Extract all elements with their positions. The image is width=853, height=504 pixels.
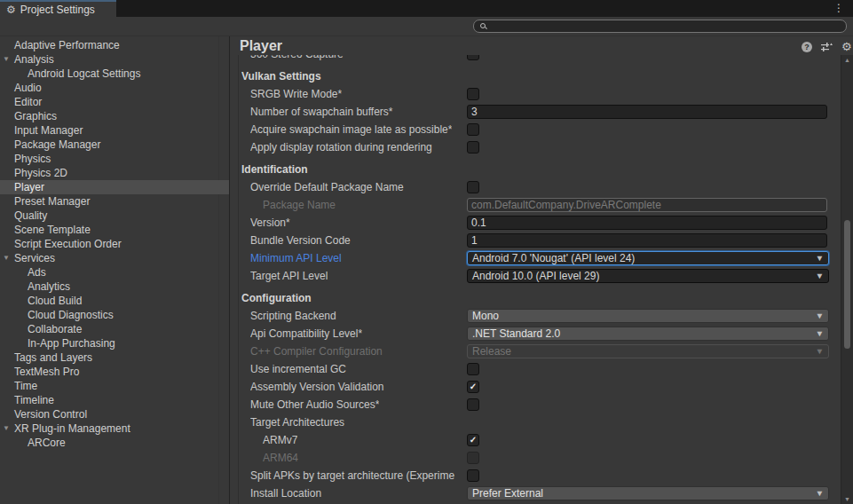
setting-label: Package Name (263, 199, 336, 211)
sidebar-item-timeline[interactable]: Timeline (0, 393, 229, 407)
setting-label: Target API Level (250, 270, 328, 282)
sidebar-item-xr-plug-in-management[interactable]: ▼XR Plug-in Management (0, 421, 229, 436)
acquire-swapchain-image-late-as-possible-checkbox[interactable] (467, 123, 479, 136)
setting-row-360-stereo-capture: 360 Stereo Capture (230, 55, 841, 63)
apply-display-rotation-during-rendering-checkbox[interactable] (467, 141, 479, 154)
sidebar-item-physics[interactable]: Physics (0, 152, 229, 166)
setting-label: Identification (241, 163, 308, 176)
setting-row-apply-display-rotation-during-rendering: Apply display rotation during rendering (230, 138, 841, 156)
setting-label: Acquire swapchain image late as possible… (250, 123, 452, 136)
sidebar-item-label: Analytics (28, 280, 70, 293)
sidebar-item-arcore[interactable]: ARCore (0, 436, 229, 450)
settings-panel: 360 Stereo CaptureVulkan SettingsSRGB Wr… (230, 55, 841, 504)
tab-project-settings[interactable]: ⚙ Project Settings (0, 0, 116, 17)
armv7-checkbox[interactable]: ✓ (467, 434, 479, 446)
setting-label: Number of swapchain buffers* (250, 106, 393, 118)
sidebar-item-audio[interactable]: Audio (0, 81, 229, 95)
sidebar-item-input-manager[interactable]: Input Manager (0, 123, 229, 138)
sidebar-item-script-execution-order[interactable]: Script Execution Order (0, 237, 229, 251)
version-field[interactable]: 0.1 (467, 216, 827, 230)
install-location-dropdown[interactable]: Prefer External▼ (467, 486, 829, 500)
gear-icon[interactable]: ⚙ (841, 41, 852, 52)
sidebar-item-adaptive-performance[interactable]: Adaptive Performance (0, 38, 229, 52)
scripting-backend-dropdown[interactable]: Mono▼ (467, 309, 829, 323)
number-of-swapchain-buffers-field[interactable]: 3 (467, 105, 827, 119)
sidebar-item-label: Cloud Build (28, 295, 82, 307)
setting-label: ARMv7 (263, 434, 297, 446)
sidebar-item-analytics[interactable]: Analytics (0, 280, 229, 294)
sidebar-item-tags-and-layers[interactable]: Tags and Layers (0, 350, 229, 365)
field-value: 1 (471, 234, 478, 247)
settings-category-list: Adaptive Performance▼AnalysisAndroid Log… (0, 36, 229, 504)
setting-row-install-location: Install LocationPrefer External▼ (230, 484, 841, 502)
sidebar-item-graphics[interactable]: Graphics (0, 109, 229, 123)
setting-row-assembly-version-validation: Assembly Version Validation✓ (230, 378, 841, 396)
setting-label: Override Default Package Name (250, 181, 404, 193)
minimum-api-level-dropdown[interactable]: Android 7.0 'Nougat' (API level 24)▼ (467, 251, 829, 265)
api-compatibility-level-dropdown[interactable]: .NET Standard 2.0▼ (467, 327, 829, 341)
sidebar-item-preset-manager[interactable]: Preset Manager (0, 194, 229, 209)
sidebar-item-in-app-purchasing[interactable]: In-App Purchasing (0, 336, 229, 350)
sidebar-item-cloud-diagnostics[interactable]: Cloud Diagnostics (0, 308, 229, 322)
kebab-menu-icon[interactable]: ⋮ (833, 2, 844, 15)
setting-row-number-of-swapchain-buffers: Number of swapchain buffers*3 (230, 103, 841, 121)
sidebar-item-collaborate[interactable]: Collaborate (0, 322, 229, 336)
scroll-up-arrow-icon[interactable]: ▲ (841, 57, 853, 63)
mute-other-audio-sources-checkbox[interactable] (467, 398, 479, 411)
override-default-package-name-checkbox[interactable] (467, 181, 479, 193)
sidebar-item-scene-template[interactable]: Scene Template (0, 223, 229, 237)
help-icon[interactable]: ? (802, 42, 812, 52)
setting-row-acquire-swapchain-image-late-as-possible: Acquire swapchain image late as possible… (230, 121, 841, 138)
target-api-level-dropdown[interactable]: Android 10.0 (API level 29)▼ (467, 269, 829, 283)
sidebar-item-cloud-build[interactable]: Cloud Build (0, 294, 229, 308)
setting-label: Apply display rotation during rendering (250, 141, 432, 154)
sidebar-item-label: Time (14, 380, 37, 392)
search-icon (480, 23, 486, 28)
page-title: Player (240, 36, 282, 55)
sidebar-item-services[interactable]: ▼Services (0, 251, 229, 265)
sidebar-item-analysis[interactable]: ▼Analysis (0, 52, 229, 67)
setting-label: ARM64 (263, 452, 298, 464)
assembly-version-validation-checkbox[interactable]: ✓ (467, 381, 479, 393)
sidebar-item-package-manager[interactable]: Package Manager (0, 138, 229, 152)
360-stereo-capture-checkbox[interactable] (467, 55, 479, 60)
sidebar-item-editor[interactable]: Editor (0, 95, 229, 109)
sidebar-item-physics-2d[interactable]: Physics 2D (0, 166, 229, 180)
sidebar-item-textmesh-pro[interactable]: TextMesh Pro (0, 365, 229, 379)
split-apks-by-target-architecture-experime-checkbox[interactable] (467, 469, 479, 482)
vertical-scrollbar[interactable]: ▲ ▼ (841, 55, 853, 504)
chevron-down-icon: ▼ (816, 310, 825, 323)
dropdown-value: Mono (472, 310, 499, 322)
setting-label: SRGB Write Mode* (250, 88, 342, 100)
setting-label[interactable]: Minimum API Level (250, 252, 342, 264)
setting-label: Scripting Backend (250, 310, 336, 322)
setting-label: Install Location (250, 487, 321, 500)
setting-row-minimum-api-level: Minimum API LevelAndroid 7.0 'Nougat' (A… (230, 249, 841, 267)
foldout-arrow-icon[interactable]: ▼ (3, 421, 10, 436)
dropdown-value: Release (472, 345, 511, 358)
chevron-down-icon: ▼ (816, 327, 825, 341)
foldout-arrow-icon[interactable]: ▼ (3, 52, 10, 67)
sidebar-item-player[interactable]: Player (0, 180, 229, 194)
setting-label: Vulkan Settings (241, 70, 321, 83)
sidebar-item-label: Tags and Layers (14, 351, 92, 364)
sidebar-item-android-logcat-settings[interactable]: Android Logcat Settings (0, 67, 229, 81)
sidebar-item-time[interactable]: Time (0, 379, 229, 393)
bundle-version-code-field[interactable]: 1 (467, 233, 827, 248)
sidebar-item-label: XR Plug-in Management (14, 422, 130, 435)
field-value: 3 (471, 106, 478, 118)
preset-sliders-icon[interactable] (821, 42, 833, 52)
setting-row-override-default-package-name: Override Default Package Name (230, 178, 841, 196)
sidebar-item-quality[interactable]: Quality (0, 209, 229, 223)
search-input[interactable] (473, 20, 847, 33)
scroll-down-arrow-icon[interactable]: ▼ (841, 496, 853, 502)
srgb-write-mode-checkbox[interactable] (467, 88, 479, 100)
sidebar-item-version-control[interactable]: Version Control (0, 407, 229, 421)
scrollbar-thumb[interactable] (844, 220, 850, 349)
setting-label: Api Compatibility Level* (250, 327, 362, 340)
foldout-arrow-icon[interactable]: ▼ (3, 251, 10, 265)
sidebar-item-ads[interactable]: Ads (0, 265, 229, 280)
use-incremental-gc-checkbox[interactable] (467, 363, 479, 375)
setting-row-bundle-version-code: Bundle Version Code1 (230, 232, 841, 249)
setting-row-arm64: ARM64 (230, 449, 841, 467)
